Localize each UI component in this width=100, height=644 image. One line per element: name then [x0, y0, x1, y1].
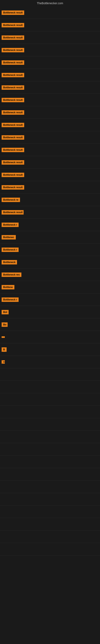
list-item: B [0, 343, 100, 356]
bottleneck-badge[interactable]: Bottleneck result [1, 10, 24, 15]
empty-row [0, 506, 100, 518]
list-item [0, 331, 100, 343]
empty-row [0, 381, 100, 393]
empty-row [0, 456, 100, 468]
list-item: Bottleneck result [0, 6, 100, 19]
empty-row [0, 368, 100, 381]
bottleneck-badge[interactable]: Bottleneck r [1, 248, 19, 252]
bottleneck-badge[interactable]: Bottleneck result [1, 85, 24, 90]
list-item: Bottleneck r [0, 244, 100, 256]
list-item: Bottleneck result [0, 156, 100, 169]
bottleneck-badge[interactable]: Bottlenec [1, 235, 16, 240]
list-item: Bottleneck [0, 256, 100, 268]
list-item: Bottleneck result [0, 69, 100, 81]
list-item: Bottl [0, 356, 100, 368]
list-item: Bottleneck result [0, 94, 100, 106]
bottleneck-badge[interactable]: Bottleneck r [1, 298, 19, 302]
bottleneck-badge[interactable]: Bottleneck result [1, 210, 24, 214]
bottleneck-badge[interactable]: Bottleneck re [1, 198, 20, 202]
list-item: Bottleneck result [0, 131, 100, 144]
bottleneck-badge[interactable]: Bottleneck result [1, 160, 24, 164]
bottleneck-badge[interactable]: Bottleneck r [1, 222, 19, 227]
bottleneck-badge[interactable]: Bottleneck result [1, 48, 24, 52]
bottleneck-badge[interactable]: Bottleneck result [1, 23, 24, 27]
empty-row [0, 468, 100, 480]
list-item: Bottleneck result [0, 32, 100, 44]
bottleneck-badge[interactable]: Bot [1, 310, 9, 314]
empty-row [0, 443, 100, 456]
empty-row [0, 493, 100, 506]
list-item: Bottleneck res [0, 268, 100, 281]
bottleneck-badge[interactable]: Bottleneck result [1, 110, 24, 115]
list-item: Bo [0, 318, 100, 331]
list-item: Bottleneck r [0, 294, 100, 306]
bottleneck-badge[interactable]: Bottleneck result [1, 173, 24, 177]
empty-row [0, 518, 100, 530]
bottleneck-badge[interactable]: Bottl [1, 360, 5, 364]
empty-row [0, 406, 100, 418]
bottleneck-badge[interactable]: Bottleneck res [1, 272, 21, 277]
bottleneck-badge[interactable]: Bottleneck result [1, 123, 24, 127]
bottleneck-badge[interactable]: Bottleneck [1, 260, 17, 264]
bottleneck-badge[interactable]: Bottleneck result [1, 148, 24, 152]
empty-row [0, 480, 100, 493]
list-item: Bottleneck result [0, 81, 100, 94]
list-item: Bottleneck result [0, 206, 100, 218]
list-item: Bottleneck r [0, 218, 100, 231]
list-item: Bottleneck result [0, 144, 100, 156]
empty-row [0, 543, 100, 556]
list-item: Bottlene [0, 281, 100, 294]
list-item: Bottleneck result [0, 44, 100, 56]
bottleneck-badge[interactable]: Bottleneck result [1, 135, 24, 140]
empty-row [0, 530, 100, 543]
list-item: Bottleneck result [0, 56, 100, 69]
bottleneck-badge[interactable]: Bo [1, 322, 8, 327]
empty-row [0, 418, 100, 431]
empty-row [0, 431, 100, 443]
bottleneck-list: Bottleneck resultBottleneck resultBottle… [0, 6, 100, 556]
list-item: Bottleneck re [0, 194, 100, 206]
site-title: TheBottlenecker.com [0, 0, 100, 6]
bottleneck-badge[interactable]: Bottlene [1, 285, 14, 290]
bottleneck-badge[interactable] [1, 336, 5, 338]
list-item: Bottleneck result [0, 119, 100, 131]
list-item: Bottleneck result [0, 169, 100, 181]
bottleneck-badge[interactable]: Bottleneck result [1, 73, 24, 77]
bottleneck-badge[interactable]: B [1, 347, 7, 352]
list-item: Bottleneck result [0, 106, 100, 119]
bottleneck-badge[interactable]: Bottleneck result [1, 36, 24, 40]
bottleneck-badge[interactable]: Bottleneck result [1, 98, 24, 102]
list-item: Bot [0, 306, 100, 318]
list-item: Bottlenec [0, 231, 100, 244]
empty-row [0, 393, 100, 406]
list-item: Bottleneck result [0, 19, 100, 32]
list-item: Bottleneck result [0, 181, 100, 194]
bottleneck-badge[interactable]: Bottleneck result [1, 60, 24, 65]
bottleneck-badge[interactable]: Bottleneck result [1, 185, 24, 190]
